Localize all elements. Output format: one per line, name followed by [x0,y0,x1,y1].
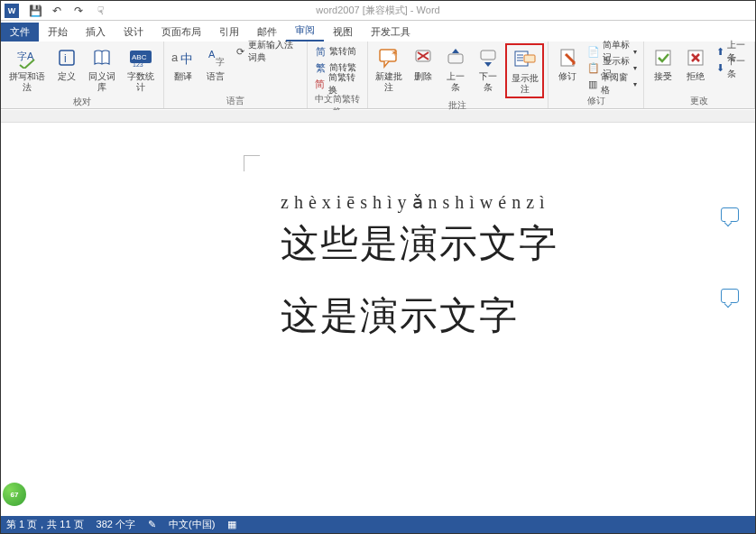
prev-comment-button[interactable]: 上一条 [440,43,471,98]
convert-icon: 简 [314,78,326,90]
svg-text:A: A [208,49,216,60]
svg-text:字A: 字A [17,51,34,61]
svg-text:a: a [171,51,179,64]
wordcount-button[interactable]: ABC123 字数统计 [123,43,160,95]
svg-text:中: 中 [180,51,193,66]
prev-icon [443,45,468,70]
spellcheck-icon: 字A [14,45,40,70]
tab-design[interactable]: 设计 [115,23,152,41]
document-area: zhèxiēshìyǎnshìwénzì 这些是演示文字 这是演示文字 [1,110,755,516]
language-label: 语言 [207,71,225,82]
globe-icon: A字 [203,45,228,70]
next-comment-button[interactable]: 下一条 [473,43,503,98]
delete-icon [410,45,436,70]
pane-icon: ▥ [587,78,598,90]
accept-button[interactable]: 接受 [648,43,678,94]
svg-text:字: 字 [216,57,225,67]
wordcount-label: 字数统计 [125,71,157,93]
redo-button[interactable]: ↷ [71,4,86,18]
svg-rect-24 [656,51,670,65]
comment-marker-2[interactable] [721,289,739,303]
track-label: 修订 [558,71,576,82]
undo-button[interactable]: ↶ [50,4,64,18]
ribbon: 字A 拼写和语法 i 定义 同义词库 ABC123 字数统计 校对 a中 翻译 [1,41,755,109]
tab-file[interactable]: 文件 [1,23,39,41]
show-comments-icon [512,47,538,72]
chinese-line-1: 这些是演示文字 [281,218,558,269]
tab-references[interactable]: 引用 [210,23,248,41]
svg-rect-16 [448,54,463,63]
delete-comment-button[interactable]: 删除 [408,43,438,98]
group-chinese-conv: 简繁转简 繁简转繁 简简繁转换 中文简繁转换 [308,41,367,108]
reject-label: 拒绝 [687,71,705,82]
ime-update-button[interactable]: ⟳ 更新输入法词典 [233,43,304,60]
reject-button[interactable]: 拒绝 [680,43,711,94]
language-status[interactable]: 中文(中国) [169,518,215,531]
svg-rect-19 [524,55,535,62]
tab-view[interactable]: 视图 [324,23,362,41]
define-label: 定义 [58,71,76,82]
next-change-icon: ⬇ [715,61,725,74]
word-count-status[interactable]: 382 个字 [97,518,135,531]
group-tracking-label: 修订 [552,94,640,107]
delete-label: 删除 [414,71,432,82]
define-button[interactable]: i 定义 [51,43,82,95]
assist-badge[interactable]: 67 [3,483,26,506]
page[interactable]: zhèxiēshìyǎnshìwénzì 这些是演示文字 这是演示文字 [213,123,754,520]
trad-icon: 繁 [314,61,327,74]
track-changes-button[interactable]: 修订 [552,43,583,94]
new-comment-button[interactable]: ✶ 新建批注 [372,43,407,98]
group-changes-label: 更改 [648,94,751,107]
markup-icon: 📄 [587,45,600,58]
comment-marker-1[interactable] [721,207,739,222]
next-change-button[interactable]: ⬇下一条 [713,60,751,76]
page-status[interactable]: 第 1 页，共 11 页 [6,518,84,531]
document-content[interactable]: zhèxiēshìyǎnshìwénzì 这些是演示文字 这是演示文字 [281,191,558,341]
translate-button[interactable]: a中 翻译 [168,43,198,94]
simp-icon: 简 [314,45,327,58]
group-comments: ✶ 新建批注 删除 上一条 下一条 显示批注 批注 [368,41,549,108]
show-comments-button[interactable]: 显示批注 [505,43,544,98]
next-change-label: 下一条 [727,55,748,80]
ime-label: 更新输入法词典 [248,39,300,64]
language-button[interactable]: A字 语言 [200,43,231,94]
chinese-line-2: 这是演示文字 [281,290,558,341]
group-tracking: 修订 📄简单标记▾ 📋显示标记▾ ▥审阅窗格▾ 修订 [549,41,644,108]
spelling-button[interactable]: 字A 拼写和语法 [5,43,50,95]
macro-status[interactable]: ▦ [227,519,236,530]
ruler[interactable] [1,110,755,123]
next-label: 下一条 [475,71,501,93]
tab-home[interactable]: 开始 [39,23,77,41]
pinyin-text: zhèxiēshìyǎnshìwénzì [281,191,558,213]
tab-insert[interactable]: 插入 [77,23,115,41]
svg-text:ABC: ABC [132,53,147,61]
reject-icon [683,45,708,70]
new-comment-label: 新建批注 [374,71,404,93]
ribbon-tabs: 文件 开始 插入 设计 页面布局 引用 邮件 审阅 视图 开发工具 [1,21,755,41]
group-changes: 接受 拒绝 ⬆上一条 ⬇下一条 更改 [644,41,755,108]
trad-simp-label: 繁转简 [329,45,356,58]
svg-text:✶: ✶ [391,48,398,58]
tab-developer[interactable]: 开发工具 [362,23,419,41]
svg-rect-17 [481,51,495,60]
save-button[interactable]: 💾 [28,4,42,18]
show-comments-label: 显示批注 [510,73,539,95]
trad-to-simp-button[interactable]: 简繁转简 [311,43,363,60]
new-comment-icon: ✶ [376,45,401,70]
status-bar: 第 1 页，共 11 页 382 个字 ✎ 中文(中国) ▦ [1,516,755,533]
tab-layout[interactable]: 页面布局 [152,23,210,41]
thesaurus-label: 同义词库 [87,71,118,93]
proof-status[interactable]: ✎ [148,519,156,530]
review-pane-button[interactable]: ▥审阅窗格▾ [585,76,640,92]
group-language-label: 语言 [168,94,304,107]
group-proofing-label: 校对 [5,95,160,108]
svg-text:123: 123 [133,61,143,68]
thesaurus-button[interactable]: 同义词库 [84,43,121,95]
chinese-convert-button[interactable]: 简简繁转换 [311,76,363,92]
touch-mode-button[interactable]: ☟ [93,4,107,18]
group-language: a中 翻译 A字 语言 ⟳ 更新输入法词典 语言 [164,41,309,108]
translate-icon: a中 [171,45,196,70]
group-proofing: 字A 拼写和语法 i 定义 同义词库 ABC123 字数统计 校对 [1,41,164,108]
translate-label: 翻译 [174,71,192,82]
margin-corner-tl [244,155,260,171]
